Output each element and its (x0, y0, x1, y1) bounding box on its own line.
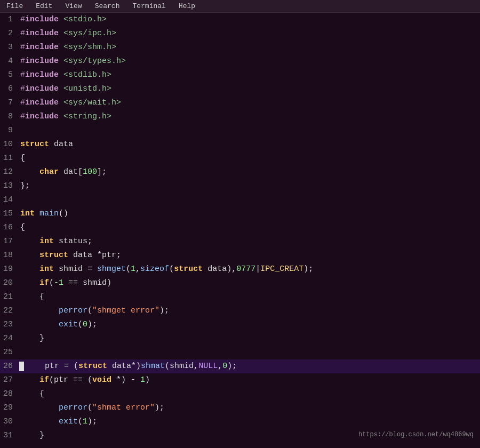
token: include (25, 112, 59, 121)
menu-item-edit[interactable]: Edit (34, 2, 54, 11)
token: "shmget error" (92, 306, 159, 315)
token: include (25, 29, 59, 38)
code-line: 8#include <string.h> (0, 110, 480, 124)
line-content: exit(0); (19, 318, 480, 332)
token: *) (131, 362, 141, 371)
token (20, 251, 39, 260)
token: <sys/types.h> (63, 57, 126, 66)
line-number: 2 (0, 27, 19, 41)
line-number: 27 (0, 373, 19, 387)
token (20, 375, 39, 385)
token: include (25, 15, 59, 24)
token: ptr = ( (26, 362, 78, 371)
line-number: 26 (0, 359, 19, 373)
token (20, 403, 59, 412)
token: *) - (111, 375, 140, 385)
code-line: 1#include <stdio.h> (0, 13, 480, 27)
token: 0 (222, 362, 227, 371)
line-number: 14 (0, 193, 19, 207)
token: <sys/shm.h> (63, 43, 116, 52)
token (59, 43, 63, 52)
line-content: { (19, 221, 480, 235)
code-line: 3#include <sys/shm.h> (0, 41, 480, 54)
token (20, 306, 59, 315)
token (59, 15, 63, 24)
line-content (19, 193, 480, 207)
line-number: 30 (0, 415, 19, 429)
token (59, 84, 63, 93)
token: ); (159, 306, 169, 315)
token: 0777 (236, 265, 255, 274)
menu-item-search[interactable]: Search (93, 2, 122, 11)
token: { (20, 389, 44, 398)
token: { (20, 154, 25, 163)
token: <stdio.h> (63, 15, 107, 24)
token (20, 417, 59, 426)
line-content: #include <string.h> (19, 110, 480, 124)
token: ); (303, 265, 313, 274)
line-number: 31 (0, 429, 19, 443)
watermark: https://blog.csdn.net/wq4869wq (358, 431, 474, 438)
token: , (135, 265, 140, 274)
line-content: exit(1); (19, 415, 480, 429)
line-content: int main() (19, 207, 480, 221)
token: -1 (54, 278, 63, 287)
line-number: 22 (0, 304, 19, 318)
line-number: 28 (0, 387, 19, 401)
token (49, 140, 54, 149)
code-line: 28 { (0, 387, 480, 401)
code-line: 19 int shmid = shmget(1,sizeof(struct da… (0, 262, 480, 276)
line-number: 23 (0, 318, 19, 332)
token: data (73, 251, 92, 260)
line-content: #include <sys/ipc.h> (19, 27, 480, 41)
line-content (19, 124, 480, 138)
token (20, 237, 39, 246)
token (59, 70, 63, 79)
token: include (25, 98, 59, 107)
token: 1 (83, 417, 87, 426)
token: struct (20, 140, 49, 149)
line-number: 25 (0, 346, 19, 359)
line-number: 4 (0, 54, 19, 68)
token: ), (227, 265, 236, 274)
line-content: ptr = (struct data*)shmat(shmid,NULL,0); (25, 359, 480, 373)
menu-item-help[interactable]: Help (177, 2, 197, 11)
token: char (39, 167, 59, 177)
token: } (20, 334, 44, 343)
line-content: #include <stdio.h> (19, 13, 480, 27)
menu-item-terminal[interactable]: Terminal (130, 2, 167, 11)
line-number: 17 (0, 235, 19, 249)
token: | (255, 265, 260, 274)
token (59, 98, 63, 107)
code-line: 26 ptr = (struct data*)shmat(shmid,NULL,… (0, 359, 480, 373)
token: # (20, 43, 25, 52)
code-line: 21 { (0, 290, 480, 304)
token: ]; (97, 167, 107, 177)
token: include (25, 57, 59, 66)
token: perror (59, 403, 87, 412)
menu-item-file[interactable]: File (4, 2, 25, 11)
menu-item-view[interactable]: View (63, 2, 84, 11)
token: 100 (83, 167, 97, 177)
token: dat[ (59, 167, 83, 177)
token: # (20, 57, 25, 66)
token (35, 209, 39, 218)
token: NULL (198, 362, 218, 371)
line-content: { (19, 290, 480, 304)
code-area: 1#include <stdio.h>2#include <sys/ipc.h>… (0, 13, 480, 443)
token: 0 (83, 320, 87, 329)
token (68, 251, 73, 260)
code-line: 13}; (0, 179, 480, 193)
token: } (20, 431, 44, 440)
token: (ptr == ( (49, 375, 92, 385)
code-line: 18 struct data *ptr; (0, 249, 480, 262)
line-number: 5 (0, 68, 19, 82)
line-content: #include <unistd.h> (19, 82, 480, 96)
code-line: 5#include <stdlib.h> (0, 68, 480, 82)
token: shmid = (54, 265, 97, 274)
code-line: 11{ (0, 151, 480, 165)
token: }; (20, 181, 30, 190)
token (20, 167, 39, 177)
token: data (54, 140, 73, 149)
code-line: 14 (0, 193, 480, 207)
